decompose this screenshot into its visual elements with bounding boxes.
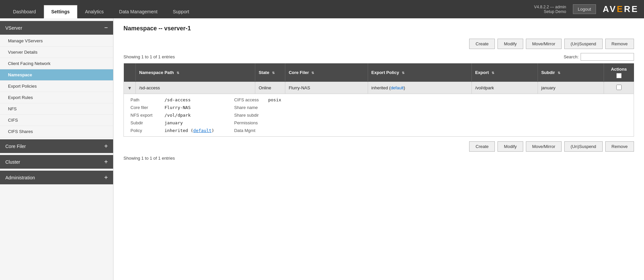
sidebar-section-cluster-label: Cluster <box>5 159 20 165</box>
showing-label-bottom: Showing 1 to 1 of 1 entries <box>123 156 634 161</box>
sidebar-item-cifs[interactable]: CIFS <box>0 115 113 126</box>
sidebar-section-vserver-label: VServer <box>5 25 22 31</box>
th-namespace-path[interactable]: Namespace Path ⇅ <box>136 63 255 82</box>
table-row: ▼ /sd-access Online Flurry-NAS inherited… <box>124 82 634 94</box>
main-layout: VServer − Manage VServers Vserver Detail… <box>0 18 644 280</box>
detail-subdir: Subdir january <box>130 120 214 125</box>
logout-button[interactable]: Logout <box>573 4 596 14</box>
tab-support[interactable]: Support <box>165 5 197 18</box>
create-button-bottom[interactable]: Create <box>469 141 495 152</box>
sort-namespace-path-icon: ⇅ <box>177 71 179 75</box>
table-meta-top: Showing 1 to 1 of 1 entries Search: <box>123 53 634 61</box>
core-filer-expand-icon: + <box>104 143 108 150</box>
logo: AVERE <box>603 4 639 14</box>
subdir-cell: january <box>538 82 604 94</box>
sidebar-item-client-facing-network[interactable]: Client Facing Network <box>0 58 113 69</box>
search-container: Search: <box>564 53 634 61</box>
modify-button-top[interactable]: Modify <box>498 39 523 49</box>
tab-settings[interactable]: Settings <box>44 5 77 18</box>
sidebar-item-export-rules[interactable]: Export Rules <box>0 92 113 103</box>
state-cell: Online <box>255 82 285 94</box>
th-export-policy[interactable]: Export Policy ⇅ <box>368 63 471 82</box>
row-checkbox-cell <box>604 82 634 94</box>
th-state[interactable]: State ⇅ <box>255 63 285 82</box>
sort-export-policy-icon: ⇅ <box>402 71 404 75</box>
detail-right-col: CIFS access posix Share name Share subdi… <box>234 97 281 133</box>
detail-inner: Path /sd-access Core filer Flurry-NAS NF… <box>124 94 634 136</box>
tab-dashboard[interactable]: Dashboard <box>5 5 44 18</box>
sort-export-icon: ⇅ <box>492 71 494 75</box>
administration-expand-icon: + <box>104 174 108 181</box>
sidebar-item-cifs-shares[interactable]: CIFS Shares <box>0 126 113 137</box>
detail-cifs-access: CIFS access posix <box>234 97 281 102</box>
move-mirror-button-bottom[interactable]: Move/Mirror <box>526 141 562 152</box>
th-core-filer[interactable]: Core Filer ⇅ <box>285 63 368 82</box>
detail-left-col: Path /sd-access Core filer Flurry-NAS NF… <box>130 97 214 133</box>
detail-policy: Policy inherited (default) <box>130 128 214 133</box>
sidebar-item-vserver-details[interactable]: Vserver Details <box>0 47 113 58</box>
unsuspend-button-top[interactable]: (Un)Suspend <box>564 39 603 49</box>
create-button-top[interactable]: Create <box>469 39 495 49</box>
sidebar-section-administration-label: Administration <box>5 175 35 180</box>
detail-nfs-export: NFS export /vol/dpark <box>130 113 214 118</box>
sidebar-vserver-items: Manage VServers Vserver Details Client F… <box>0 35 113 137</box>
sidebar-item-nfs[interactable]: NFS <box>0 103 113 115</box>
detail-share-name: Share name <box>234 105 281 110</box>
cluster-expand-icon: + <box>104 158 108 165</box>
detail-permissions: Permissions <box>234 120 281 125</box>
search-input[interactable] <box>581 53 634 61</box>
move-mirror-button-top[interactable]: Move/Mirror <box>526 39 562 49</box>
detail-cell: Path /sd-access Core filer Flurry-NAS NF… <box>124 94 634 137</box>
detail-share-subdir: Share subdir <box>234 113 281 118</box>
showing-label-top: Showing 1 to 1 of 1 entries <box>123 54 175 59</box>
expand-cell: ▼ <box>124 82 136 94</box>
bottom-action-bar: Create Modify Move/Mirror (Un)Suspend Re… <box>123 141 634 152</box>
topbar: Dashboard Settings Analytics Data Manage… <box>0 0 644 18</box>
table-header-row: Namespace Path ⇅ State ⇅ Core Filer ⇅ Ex… <box>124 63 634 82</box>
sidebar-item-export-policies[interactable]: Export Policies <box>0 81 113 92</box>
remove-button-bottom[interactable]: Remove <box>605 141 634 152</box>
sidebar-section-core-filer-label: Core Filer <box>5 144 26 149</box>
sidebar-section-core-filer[interactable]: Core Filer + <box>0 139 113 153</box>
th-export[interactable]: Export ⇅ <box>471 63 538 82</box>
sidebar-section-administration[interactable]: Administration + <box>0 171 113 184</box>
nav-tabs: Dashboard Settings Analytics Data Manage… <box>5 0 197 18</box>
select-all-checkbox[interactable] <box>616 73 622 78</box>
export-policy-link[interactable]: default <box>391 85 404 90</box>
top-action-bar: Create Modify Move/Mirror (Un)Suspend Re… <box>123 39 634 49</box>
sort-subdir-icon: ⇅ <box>558 71 560 75</box>
sidebar-item-namespace[interactable]: Namespace <box>0 69 113 81</box>
detail-data-mgmt: Data Mgmt <box>234 128 281 133</box>
namespace-table: Namespace Path ⇅ State ⇅ Core Filer ⇅ Ex… <box>123 63 634 137</box>
sort-state-icon: ⇅ <box>272 71 275 75</box>
page-title: Namespace -- vserver-1 <box>123 25 634 32</box>
detail-path: Path /sd-access <box>130 97 214 102</box>
topbar-right: V4.8.2.2 --- admin Setup Demo Logout AVE… <box>534 4 639 14</box>
export-cell: /vol/dpark <box>471 82 538 94</box>
content-area: Namespace -- vserver-1 Create Modify Mov… <box>113 18 644 280</box>
row-checkbox[interactable] <box>616 85 622 90</box>
unsuspend-button-bottom[interactable]: (Un)Suspend <box>564 141 603 152</box>
sidebar-section-vserver[interactable]: VServer − <box>0 21 113 35</box>
detail-policy-link[interactable]: default <box>193 128 212 133</box>
search-label: Search: <box>564 54 579 59</box>
detail-core-filer: Core filer Flurry-NAS <box>130 105 214 110</box>
export-policy-cell: inherited (default) <box>368 82 471 94</box>
vserver-collapse-icon: − <box>104 24 108 31</box>
modify-button-bottom[interactable]: Modify <box>498 141 523 152</box>
sidebar-item-manage-vservers[interactable]: Manage VServers <box>0 35 113 47</box>
version-info: V4.8.2.2 --- admin Setup Demo <box>534 5 566 14</box>
th-subdir[interactable]: Subdir ⇅ <box>538 63 604 82</box>
sidebar: VServer − Manage VServers Vserver Detail… <box>0 18 113 280</box>
core-filer-cell: Flurry-NAS <box>285 82 368 94</box>
tab-analytics[interactable]: Analytics <box>77 5 111 18</box>
th-actions: Actions <box>604 63 634 82</box>
namespace-path-cell: /sd-access <box>136 82 255 94</box>
sidebar-section-cluster[interactable]: Cluster + <box>0 155 113 169</box>
expand-row-button[interactable]: ▼ <box>127 85 132 91</box>
th-expand <box>124 63 136 82</box>
sort-core-filer-icon: ⇅ <box>311 71 314 75</box>
remove-button-top[interactable]: Remove <box>605 39 634 49</box>
tab-data-management[interactable]: Data Management <box>111 5 165 18</box>
detail-row: Path /sd-access Core filer Flurry-NAS NF… <box>124 94 634 137</box>
